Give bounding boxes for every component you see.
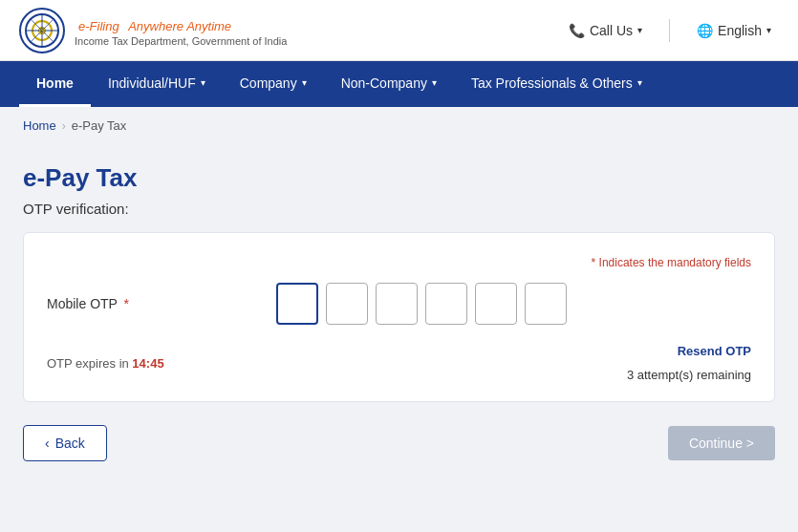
nav-item-individual[interactable]: Individual/HUF ▾	[91, 61, 223, 107]
otp-inputs	[276, 283, 567, 325]
logo-text: e-Filing Anywhere Anytime Income Tax Dep…	[75, 13, 287, 47]
emblem-logo: IT	[19, 8, 65, 53]
call-us-chevron: ▾	[637, 25, 642, 35]
logo-area: IT e-Filing Anywhere Anytime Income Tax …	[19, 8, 287, 53]
expiry-in: in	[119, 356, 133, 371]
otp-form-card: * Indicates the mandatory fields Mobile …	[23, 232, 775, 402]
logo-efiling: e-Filing	[78, 19, 119, 33]
required-star: *	[124, 296, 129, 311]
breadcrumb-home[interactable]: Home	[23, 118, 56, 133]
otp-digit-3[interactable]	[376, 283, 418, 325]
back-label: Back	[55, 436, 85, 451]
mobile-otp-row: Mobile OTP *	[47, 283, 751, 325]
resend-attempts-section: Resend OTP 3 attempt(s) remaining	[627, 344, 751, 382]
breadcrumb-separator: ›	[62, 119, 66, 133]
otp-timer: 14:45	[132, 356, 163, 371]
language-chevron: ▾	[766, 25, 771, 35]
expiry-row: OTP expires in 14:45 Resend OTP 3 attemp…	[47, 344, 751, 382]
otp-digit-5[interactable]	[475, 283, 517, 325]
back-button[interactable]: ‹ Back	[23, 425, 107, 461]
attempts-remaining: 3 attempt(s) remaining	[627, 368, 751, 382]
page-content: e-Pay Tax OTP verification: * Indicates …	[0, 144, 798, 532]
expiry-prefix: OTP expires	[47, 356, 119, 371]
nav-taxpro-label: Tax Professionals & Others	[471, 75, 633, 91]
nav-home-label: Home	[36, 75, 74, 91]
header-actions: 📞 Call Us ▾ 🌐 English ▾	[561, 19, 779, 42]
individual-chevron-icon: ▾	[201, 77, 205, 88]
nav-company-label: Company	[240, 75, 297, 91]
otp-digit-6[interactable]	[525, 283, 567, 325]
resend-otp-link[interactable]: Resend OTP	[678, 344, 751, 358]
nav-item-home[interactable]: Home	[19, 61, 91, 107]
nav-item-company[interactable]: Company ▾	[223, 61, 324, 107]
continue-button[interactable]: Continue >	[668, 426, 775, 460]
phone-icon: 📞	[569, 23, 585, 38]
logo-subtitle: Income Tax Department, Government of Ind…	[75, 35, 287, 47]
mobile-otp-label: Mobile OTP *	[47, 296, 200, 311]
otp-digit-1[interactable]	[276, 283, 318, 325]
call-us-button[interactable]: 📞 Call Us ▾	[561, 19, 650, 42]
mandatory-note: * Indicates the mandatory fields	[47, 256, 751, 269]
expiry-text: OTP expires in 14:45	[47, 356, 164, 371]
buttons-row: ‹ Back Continue >	[23, 425, 775, 471]
nav-noncompany-label: Non-Company	[341, 75, 427, 91]
otp-digit-4[interactable]	[425, 283, 467, 325]
language-button[interactable]: 🌐 English ▾	[689, 19, 779, 42]
breadcrumb-current: e-Pay Tax	[72, 118, 127, 133]
header-divider	[669, 19, 670, 42]
otp-digit-2[interactable]	[326, 283, 368, 325]
main-nav: Home Individual/HUF ▾ Company ▾ Non-Comp…	[0, 61, 798, 107]
noncompany-chevron-icon: ▾	[432, 77, 437, 88]
mandatory-star: *	[592, 256, 596, 269]
logo-tagline: Anywhere Anytime	[128, 19, 231, 33]
company-chevron-icon: ▾	[302, 77, 307, 88]
nav-item-noncompany[interactable]: Non-Company ▾	[324, 61, 454, 107]
logo-title: e-Filing Anywhere Anytime	[75, 13, 287, 35]
back-arrow-icon: ‹	[45, 436, 50, 451]
continue-label: Continue >	[689, 436, 754, 451]
otp-section-label: OTP verification:	[23, 201, 775, 217]
header: IT e-Filing Anywhere Anytime Income Tax …	[0, 0, 798, 61]
language-label: English	[718, 23, 762, 38]
globe-icon: 🌐	[697, 23, 713, 38]
call-us-label: Call Us	[590, 23, 633, 38]
breadcrumb: Home › e-Pay Tax	[0, 107, 798, 144]
page-title: e-Pay Tax	[23, 163, 775, 193]
nav-item-taxpro[interactable]: Tax Professionals & Others ▾	[454, 61, 659, 107]
nav-individual-label: Individual/HUF	[108, 75, 196, 91]
svg-text:IT: IT	[38, 28, 45, 36]
taxpro-chevron-icon: ▾	[637, 77, 642, 88]
